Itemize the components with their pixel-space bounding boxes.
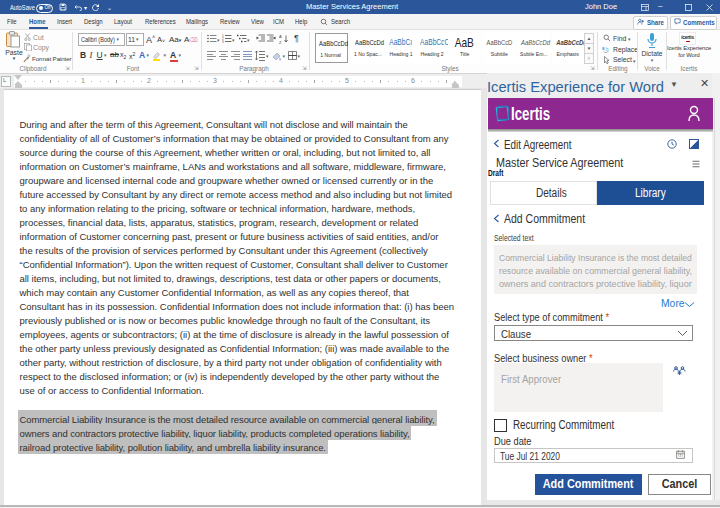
svg-text:3: 3 <box>222 40 224 43</box>
svg-text:Z: Z <box>279 39 282 44</box>
svg-text:A: A <box>279 34 282 39</box>
svg-text:a: a <box>602 46 605 51</box>
